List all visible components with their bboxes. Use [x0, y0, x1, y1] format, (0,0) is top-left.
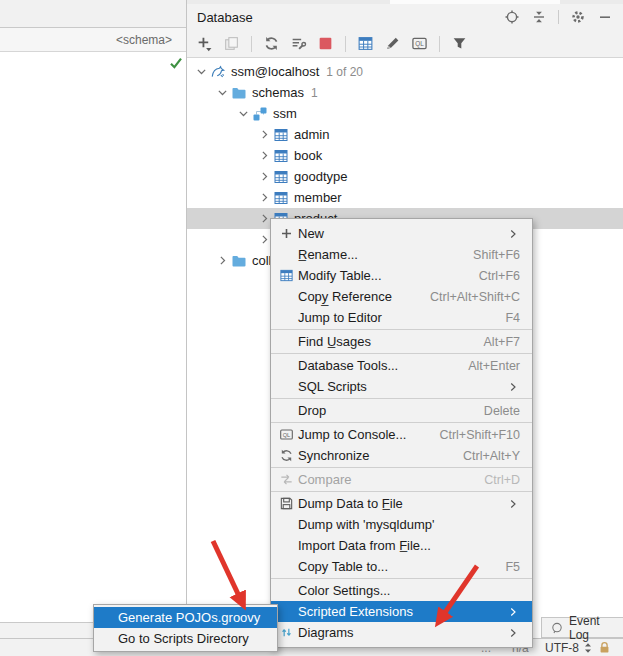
chevron-right-icon[interactable] [256, 191, 273, 204]
schema-selector-bar: <schema> [0, 28, 186, 52]
refresh-icon[interactable] [263, 35, 280, 52]
locate-icon[interactable] [504, 9, 520, 25]
add-icon[interactable] [196, 35, 213, 52]
menu-item-color-settings[interactable]: Color Settings... [271, 580, 532, 601]
table-icon [273, 148, 289, 164]
sync-settings-icon[interactable] [290, 35, 307, 52]
duplicate-icon[interactable] [223, 35, 240, 52]
submenu-item-go-to-scripts-directory[interactable]: Go to Scripts Directory [94, 628, 277, 649]
tree-row-member[interactable]: member [187, 187, 623, 208]
schema-selector[interactable]: <schema> [116, 33, 172, 47]
menu-item-shortcut: Alt+F7 [484, 335, 520, 349]
database-toolbar: QL [187, 30, 623, 58]
chevron-down-icon[interactable] [193, 65, 210, 78]
folder-icon [231, 253, 247, 269]
menu-item-shortcut: Ctrl+F6 [479, 269, 520, 283]
console-icon[interactable]: QL [411, 35, 428, 52]
updown-icon[interactable] [584, 640, 592, 655]
menu-item-import-data-from-f-ile[interactable]: Import Data from F̲ile... [271, 535, 532, 556]
editor-area[interactable] [0, 52, 186, 622]
plus-icon [278, 226, 294, 242]
no-icon [278, 289, 294, 305]
menu-separator [271, 422, 532, 423]
tree-row-admin[interactable]: admin [187, 124, 623, 145]
table-icon [273, 127, 289, 143]
chevron-right-icon[interactable] [214, 254, 231, 267]
submenu-arrow-icon [506, 605, 520, 619]
tree-row-book[interactable]: book [187, 145, 623, 166]
tree-label: ssm@localhost [231, 64, 319, 79]
tree-row-ssm[interactable]: ssm [187, 103, 623, 124]
menu-item-label: Drop [298, 403, 466, 418]
menu-item-database-tools[interactable]: Database Tools...Alt+Enter [271, 355, 532, 376]
menu-separator [271, 329, 532, 330]
menu-item-dump-data-to-f-ile[interactable]: Dump Data to F̲ile [271, 493, 532, 514]
filter-icon[interactable] [451, 35, 468, 52]
encoding-widget[interactable]: UTF-8 [545, 641, 579, 655]
no-icon [278, 517, 294, 533]
menu-item-label: Import Data from F̲ile... [298, 538, 520, 553]
tree-badge: 1 of 20 [326, 65, 363, 79]
collapse-icon[interactable] [531, 9, 547, 25]
submenu-item-generate-pojos-groovy[interactable]: Generate POJOs.groovy [94, 607, 277, 628]
no-icon [278, 604, 294, 620]
chevron-right-icon[interactable] [256, 128, 273, 141]
tree-row-goodtype[interactable]: goodtype [187, 166, 623, 187]
edit-icon[interactable] [384, 35, 401, 52]
console-icon: QL [278, 427, 294, 443]
menu-item-copy-reference[interactable]: Copy̲ ReferenceCtrl+Alt+Shift+C [271, 286, 532, 307]
event-log-button[interactable]: Event Log [541, 617, 623, 638]
menu-item-scripted-extensions[interactable]: Scripted Extensions [271, 601, 532, 622]
editor-tab-bar [0, 0, 186, 28]
submenu-arrow-icon [506, 380, 520, 394]
menu-item-dump-with-mysqldump[interactable]: Dump with 'mysqldump' [271, 514, 532, 535]
menu-item-shortcut: Ctrl+Alt+Shift+C [430, 290, 520, 304]
menu-item-copy-table-to[interactable]: Copy Table to...F5 [271, 556, 532, 577]
compare-icon [278, 472, 294, 488]
menu-item-shortcut: F5 [505, 560, 520, 574]
chevron-right-icon[interactable] [256, 149, 273, 162]
menu-item-synchronize[interactable]: SynchronizeCtrl+Alt+Y [271, 445, 532, 466]
gear-icon[interactable] [570, 9, 586, 25]
stop-icon[interactable] [317, 35, 334, 52]
menu-item-r-ename[interactable]: R̲ename...Shift+F6 [271, 244, 532, 265]
table-icon [273, 190, 289, 206]
database-panel-header: Database [187, 4, 623, 30]
menu-item-label: Jump to Console... [298, 427, 421, 442]
scripted-extensions-submenu: Generate POJOs.groovyGo to Scripts Direc… [93, 604, 278, 652]
tree-row-schemas[interactable]: schemas1 [187, 82, 623, 103]
menu-item-label: R̲ename... [298, 247, 455, 262]
no-icon [278, 538, 294, 554]
data-view-icon[interactable] [357, 35, 374, 52]
chevron-right-icon[interactable] [256, 170, 273, 183]
submenu-arrow-icon [506, 497, 520, 511]
menu-item-drop[interactable]: DropDelete [271, 400, 532, 421]
tree-row-ssm-localhost[interactable]: ssm@localhost1 of 20 [187, 61, 623, 82]
chevron-down-icon[interactable] [214, 86, 231, 99]
tree-badge: 1 [311, 86, 318, 100]
no-icon [278, 334, 294, 350]
menu-item-label: Modify Table... [298, 268, 461, 283]
menu-item-compare: CompareCtrl+D [271, 469, 532, 490]
no-icon [278, 247, 294, 263]
menu-item-label: Dump with 'mysqldump' [298, 517, 520, 532]
menu-item-label: Generate POJOs.groovy [118, 610, 265, 625]
chevron-down-icon[interactable] [235, 107, 252, 120]
menu-item-diagrams[interactable]: Diagrams [271, 622, 532, 643]
lock-icon[interactable] [597, 640, 612, 655]
separator [439, 36, 440, 52]
menu-item-label: Copy̲ Reference [298, 289, 412, 304]
balloon-icon [550, 621, 564, 635]
menu-item-label: Compare [298, 472, 466, 487]
menu-item-jump-to-editor[interactable]: Jump to EditorF4 [271, 307, 532, 328]
tree-label: goodtype [294, 169, 348, 184]
menu-item-sql-scripts[interactable]: SQL Scripts [271, 376, 532, 397]
menu-item-jump-to-console[interactable]: QLJump to Console...Ctrl+Shift+F10 [271, 424, 532, 445]
menu-item-shortcut: F4 [505, 311, 520, 325]
menu-item-modify-table[interactable]: Modify Table...Ctrl+F6 [271, 265, 532, 286]
minimize-icon[interactable] [597, 9, 613, 25]
menu-item-shortcut: Delete [484, 404, 520, 418]
menu-item-find-u-sages[interactable]: Find U̲sagesAlt+F7 [271, 331, 532, 352]
menu-item-new[interactable]: New [271, 223, 532, 244]
menu-separator [271, 578, 532, 579]
